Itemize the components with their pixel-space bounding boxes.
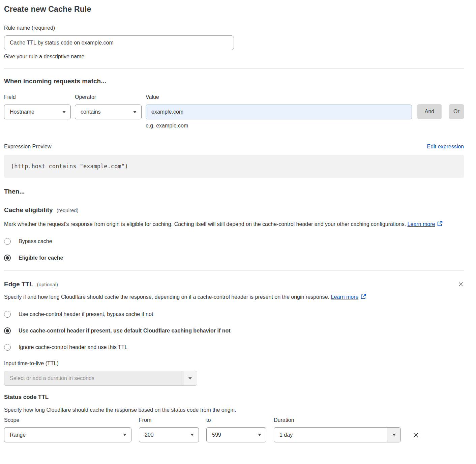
eligible-for-cache-option[interactable]: Eligible for cache [4,255,464,261]
value-label: Value [146,94,412,100]
edit-expression-link[interactable]: Edit expression [427,144,464,150]
radio-label[interactable]: Use cache-control header if present, byp… [19,311,153,317]
value-input[interactable] [146,105,412,119]
chevron-down-icon [258,434,261,436]
radio-unselected-icon[interactable] [4,344,11,351]
expression-code: (http.host contains "example.com") [4,155,464,178]
and-button[interactable]: And [417,104,442,119]
divider [4,68,464,68]
cache-eligibility-heading-row: Cache eligibility (required) [4,206,464,214]
radio-label[interactable]: Use cache-control header if present, use… [19,328,231,334]
page-title: Create new Cache Rule [4,5,464,14]
chevron-down-icon [62,111,66,113]
radio-selected-icon[interactable] [4,327,11,334]
edge-ttl-heading: Edge TTL [4,281,33,288]
cache-eligibility-heading: Cache eligibility [4,206,53,214]
radio-selected-icon[interactable] [4,255,11,261]
expression-preview-row: Expression Preview Edit expression [4,144,464,150]
expression-preview-label: Expression Preview [4,144,52,150]
and-or-buttons: And Or [417,104,464,129]
status-code-ttl-row: Scope Range From 200 to 599 Duration 1 d… [4,417,464,442]
scope-select-value: Range [10,432,26,438]
from-select-value: 200 [145,432,154,438]
optional-note: (optional) [37,282,58,287]
cache-eligibility-description: Mark whether the request's response from… [4,220,456,230]
operator-select-value: contains [81,109,101,115]
edge-ttl-option-default[interactable]: Use cache-control header if present, use… [4,327,464,334]
operator-label: Operator [75,94,142,100]
dropdown-button[interactable] [183,371,197,385]
learn-more-link[interactable]: Learn more [331,294,359,300]
close-icon[interactable] [458,281,464,287]
radio-label[interactable]: Ignore cache-control header and use this… [19,344,127,350]
radio-unselected-icon[interactable] [4,238,11,245]
chevron-down-icon [392,434,396,436]
from-label: From [139,417,199,423]
edge-ttl-option-ignore[interactable]: Ignore cache-control header and use this… [4,344,464,351]
radio-label[interactable]: Eligible for cache [19,255,63,261]
bypass-cache-option[interactable]: Bypass cache [4,238,464,245]
then-heading: Then... [4,188,464,195]
ttl-duration-select[interactable]: Select or add a duration in seconds [4,371,197,386]
rule-name-help: Give your rule a descriptive name. [4,54,464,60]
status-code-ttl-heading: Status code TTL [4,394,464,401]
external-link-icon [437,222,443,228]
operator-select[interactable]: contains [75,105,142,119]
rule-name-label: Rule name (required) [4,25,464,31]
to-label: to [206,417,266,423]
create-cache-rule-form: Create new Cache Rule Rule name (require… [0,0,476,442]
divider [4,270,464,270]
chevron-down-icon [133,111,137,113]
cache-eligibility-description-text: Mark whether the request's response from… [4,221,406,227]
to-select[interactable]: 599 [206,427,266,442]
from-select[interactable]: 200 [139,427,199,442]
rule-name-input[interactable] [4,35,234,50]
required-note: (required) [57,207,79,213]
ttl-select-placeholder: Select or add a duration in seconds [4,371,183,385]
duration-label: Duration [274,417,401,423]
match-heading: When incoming requests match... [4,78,464,85]
external-link-icon [360,295,366,300]
field-label: Field [4,94,71,100]
chevron-down-icon [188,377,192,380]
match-builder-row: Field Hostname Operator contains Value e… [4,94,464,129]
dropdown-button[interactable] [387,428,400,442]
scope-label: Scope [4,417,131,423]
or-button[interactable]: Or [449,104,464,119]
duration-select[interactable]: 1 day [274,427,401,442]
radio-unselected-icon[interactable] [4,311,11,318]
edge-ttl-description-text: Specify if and how long Cloudflare shoul… [4,294,329,300]
ttl-input-label: Input time-to-live (TTL) [4,360,464,367]
edge-ttl-option-bypass[interactable]: Use cache-control header if present, byp… [4,311,464,318]
to-select-value: 599 [212,432,221,438]
value-help: e.g. example.com [146,123,412,129]
field-select[interactable]: Hostname [4,105,71,119]
edge-ttl-heading-row: Edge TTL (optional) [4,281,464,288]
remove-row-icon[interactable] [412,432,419,439]
chevron-down-icon [123,434,126,436]
learn-more-link[interactable]: Learn more [408,221,435,227]
scope-select[interactable]: Range [4,427,131,442]
radio-label[interactable]: Bypass cache [19,238,52,244]
edge-ttl-description: Specify if and how long Cloudflare shoul… [4,292,456,302]
chevron-down-icon [190,434,194,436]
field-select-value: Hostname [10,109,34,115]
duration-select-value: 1 day [274,428,387,442]
status-code-ttl-description: Specify how long Cloudflare should cache… [4,407,464,413]
